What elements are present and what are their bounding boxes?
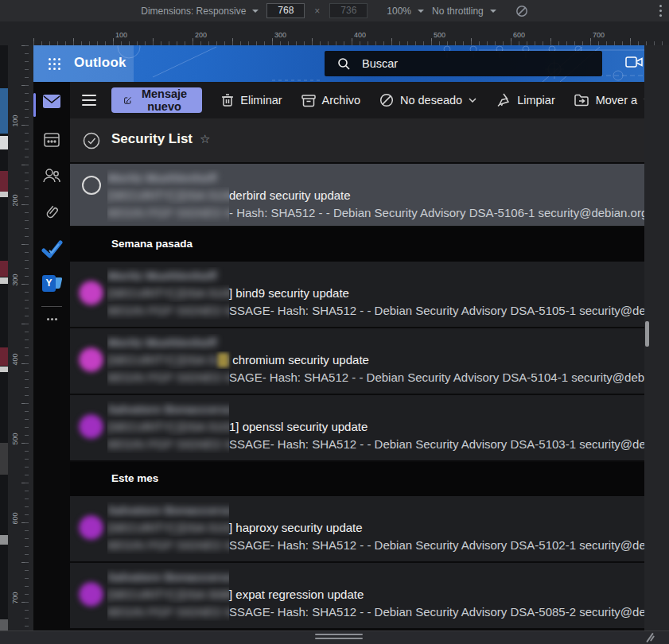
viewport-width-input[interactable]: 768 bbox=[266, 3, 305, 18]
trash-icon bbox=[221, 93, 234, 107]
move-to-button[interactable]: Mover a bbox=[574, 94, 644, 107]
zoom-select[interactable]: 100% bbox=[387, 6, 424, 17]
email-preview: SSAGE- Hash: SHA512 - - Debian Security … bbox=[229, 538, 644, 552]
corner-resize-grip[interactable] bbox=[644, 632, 656, 643]
email-subject: ] expat regression update bbox=[229, 588, 364, 601]
new-message-button[interactable]: Mensaje nuevo bbox=[111, 87, 202, 113]
outlook-app-header: Outlook Buscar bbox=[33, 45, 644, 82]
email-subject: derbird security update bbox=[229, 188, 351, 202]
folder-title: Security List bbox=[111, 131, 193, 147]
email-preview-blurred-prefix: BEGIN PGP SIGNED ME bbox=[107, 538, 229, 552]
folder-header: Security List ☆ bbox=[70, 118, 644, 164]
ruler-horizontal: 100200300400500600700 bbox=[29, 30, 669, 45]
email-group-label: Este mes bbox=[111, 472, 158, 484]
email-list-item[interactable]: Moritz Muehlenhoff [SECURITY] [DSA 5105-… bbox=[70, 262, 644, 328]
meet-camera-icon[interactable] bbox=[625, 55, 644, 69]
email-subject: chromium security update bbox=[229, 353, 369, 367]
email-subject-blurred-prefix: [SECURITY] [DSA 5103- bbox=[107, 420, 229, 433]
search-icon bbox=[337, 57, 351, 71]
selection-circle-checkbox[interactable] bbox=[82, 176, 101, 195]
email-preview: SSAGE- Hash: SHA512 - - Debian Security … bbox=[229, 304, 644, 317]
dimensions-separator: × bbox=[314, 6, 320, 17]
rail-divider bbox=[41, 306, 62, 307]
email-sender-blurred: Moritz Muehlenhoff bbox=[107, 336, 216, 349]
throttling-select[interactable]: No throttling bbox=[432, 6, 496, 17]
mail-toolbar: Mensaje nuevo Eliminar Archivo No desead… bbox=[70, 82, 644, 119]
email-list-item[interactable]: Salvatore Bonaccorso [SECURITY] [DSA 508… bbox=[70, 563, 644, 630]
dimensions-select[interactable]: Dimensions: Responsive bbox=[141, 6, 259, 17]
email-group-header[interactable]: Semana pasada bbox=[70, 227, 644, 262]
attachment-icon[interactable] bbox=[33, 204, 70, 222]
avatar bbox=[78, 514, 104, 541]
viewport-height-input[interactable]: 736 bbox=[329, 3, 368, 18]
more-apps-icon[interactable] bbox=[47, 318, 49, 320]
email-preview: SAGE- Hash: SHA512 - - Debian Security A… bbox=[229, 370, 644, 384]
screen-edge-artifacts bbox=[0, 45, 8, 644]
broom-icon bbox=[496, 93, 511, 107]
email-preview: SSAGE- Hash: SHA512 - - Debian Security … bbox=[229, 437, 644, 451]
email-group-header[interactable]: Este mes bbox=[70, 462, 644, 496]
avatar bbox=[78, 347, 104, 373]
archive-button[interactable]: Archivo bbox=[301, 94, 360, 107]
email-sender-blurred: Moritz Muehlenhoff bbox=[107, 269, 216, 282]
people-icon[interactable] bbox=[33, 167, 70, 184]
calendar-icon[interactable] bbox=[33, 131, 70, 149]
search-input[interactable]: Buscar bbox=[325, 51, 602, 76]
chevron-down-icon bbox=[490, 10, 496, 13]
email-subject: ] haproxy security update bbox=[229, 521, 363, 534]
device-viewport: Outlook Buscar bbox=[33, 45, 644, 630]
email-preview-blurred-prefix: BEGIN PGP SIGNED ME bbox=[107, 437, 229, 451]
email-preview-blurred-prefix: BEGIN PGP SIGNED MESSAGE bbox=[107, 206, 229, 219]
avatar bbox=[78, 413, 104, 440]
email-list-sections: Moritz Muehlenhoff [SECURITY] [DSA 5106-… bbox=[70, 164, 644, 630]
select-all-icon[interactable] bbox=[83, 132, 100, 149]
avatar bbox=[78, 280, 104, 306]
email-sender-blurred: Moritz Muehlenhoff bbox=[107, 171, 216, 184]
compose-icon bbox=[124, 94, 132, 107]
junk-button[interactable]: No deseado bbox=[379, 93, 476, 107]
chevron-down-icon bbox=[469, 98, 476, 103]
ruler-corner bbox=[0, 30, 29, 45]
viewport-resize-handle[interactable] bbox=[315, 634, 363, 642]
email-sender-blurred: Salvatore Bonaccorso bbox=[107, 402, 229, 416]
favorite-star-icon[interactable]: ☆ bbox=[200, 132, 210, 146]
email-list-item[interactable]: Salvatore Bonaccorso [SECURITY] [DSA 510… bbox=[70, 395, 644, 462]
app-launcher-icon[interactable] bbox=[47, 56, 61, 71]
delete-button[interactable]: Eliminar bbox=[221, 93, 282, 107]
left-rail: Y bbox=[33, 82, 70, 630]
ruler-vertical: 100200300400500600700 bbox=[8, 45, 29, 644]
email-preview-blurred-prefix: BEGIN PGP SIGNED ME bbox=[107, 605, 229, 619]
chevron-down-icon bbox=[252, 10, 259, 13]
search-highlight-mark bbox=[218, 353, 228, 367]
yammer-icon[interactable]: Y bbox=[33, 275, 70, 292]
search-placeholder: Buscar bbox=[362, 57, 398, 70]
todo-check-icon[interactable] bbox=[33, 239, 70, 258]
sweep-button[interactable]: Limpiar bbox=[496, 93, 555, 107]
email-list-item[interactable]: Moritz Muehlenhoff [SECURITY] [DSA 5104-… bbox=[70, 328, 644, 395]
app-title: Outlook bbox=[74, 55, 126, 71]
chevron-down-icon bbox=[644, 98, 644, 103]
archive-icon bbox=[301, 94, 316, 107]
devtools-toolbar: Dimensions: Responsive 768 × 736 100% No… bbox=[0, 0, 669, 22]
email-preview: SSAGE- Hash: SHA512 - - Debian Security … bbox=[229, 605, 644, 619]
hamburger-menu-icon[interactable] bbox=[82, 95, 96, 106]
ruler-corner-band bbox=[0, 21, 669, 30]
email-subject-blurred-prefix: [SECURITY] [DSA 5106-1] thun bbox=[107, 188, 229, 202]
email-preview: - Hash: SHA512 - - Debian Security Advis… bbox=[229, 206, 644, 219]
email-subject: 1] openssl security update bbox=[229, 420, 368, 433]
dimensions-label: Dimensions: Responsive bbox=[141, 6, 246, 17]
throttling-value: No throttling bbox=[432, 6, 484, 17]
block-icon bbox=[379, 93, 394, 107]
message-list: Security List ☆ Moritz Muehlenhoff [SECU… bbox=[70, 118, 644, 630]
email-list-item[interactable]: Moritz Muehlenhoff [SECURITY] [DSA 5106-… bbox=[70, 164, 644, 227]
devtools-menu-icon[interactable] bbox=[659, 5, 662, 7]
email-preview-blurred-prefix: BEGIN PGP SIGNED ME bbox=[107, 304, 229, 317]
rotate-viewport-icon[interactable] bbox=[515, 5, 528, 17]
mail-icon[interactable] bbox=[33, 94, 70, 109]
email-sender-blurred: Salvatore Bonaccorso bbox=[107, 570, 229, 584]
zoom-value: 100% bbox=[387, 6, 411, 17]
email-preview-blurred-prefix: BEGIN PGP SIGNED MES bbox=[107, 370, 229, 384]
email-list-item[interactable]: Salvatore Bonaccorso [SECURITY] [DSA 510… bbox=[70, 496, 644, 563]
scrollbar-thumb[interactable] bbox=[645, 321, 649, 347]
email-group-label: Semana pasada bbox=[111, 238, 193, 250]
